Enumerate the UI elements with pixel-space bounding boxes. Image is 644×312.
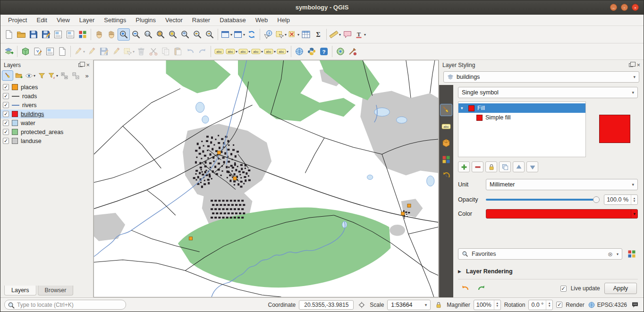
map-canvas[interactable] xyxy=(93,60,439,297)
change-label-icon-caret[interactable]: ▾ xyxy=(287,50,288,54)
chevron-down-icon[interactable]: ▾ xyxy=(617,252,619,256)
layer-item-water[interactable]: ✓water xyxy=(0,118,93,127)
layer-rendering-section[interactable]: ▶ Layer Rendering xyxy=(458,266,638,277)
favorites-filter[interactable]: Favorites ⊗ ▾ xyxy=(458,248,622,260)
open-attribute-table-icon[interactable] xyxy=(300,28,312,41)
menu-plugins[interactable]: Plugins xyxy=(131,15,161,25)
menu-edit[interactable]: Edit xyxy=(32,15,51,25)
labels-tab-icon[interactable] xyxy=(440,120,452,133)
unit-selector[interactable]: Millimeter ▾ xyxy=(486,179,638,190)
new-geopackage-layer-icon[interactable] xyxy=(19,45,32,58)
layer-visibility-checkbox[interactable]: ✓ xyxy=(3,93,9,99)
select-features-icon-caret[interactable]: ▾ xyxy=(285,33,287,37)
collapse-all-icon[interactable] xyxy=(70,70,81,81)
style-manager-icon[interactable] xyxy=(76,28,89,41)
new-temporary-layer-icon[interactable] xyxy=(56,45,68,58)
maximize-button[interactable]: ▫ xyxy=(621,4,628,11)
new-map-view-icon-caret[interactable]: ▾ xyxy=(230,33,232,37)
new-virtual-layer-icon[interactable] xyxy=(44,45,56,58)
expander-icon[interactable]: ▾ xyxy=(461,106,466,110)
pin-labels-icon-caret[interactable]: ▾ xyxy=(248,50,250,54)
layer-diagram-icon[interactable]: ▾ xyxy=(225,45,238,58)
clear-icon[interactable]: ⊗ xyxy=(608,251,613,258)
zoom-to-layer-icon[interactable] xyxy=(179,28,191,41)
plugin-tool-2-icon[interactable] xyxy=(347,45,359,58)
duplicate-symbol-layer-icon[interactable] xyxy=(499,161,511,172)
new-shapefile-layer-icon[interactable] xyxy=(32,45,44,58)
map-tips-icon[interactable] xyxy=(341,28,354,41)
zoom-in-icon[interactable] xyxy=(118,28,130,41)
zoom-native-icon[interactable] xyxy=(142,28,154,41)
menu-settings[interactable]: Settings xyxy=(99,15,131,25)
opacity-spinbox[interactable]: 100.0 % ▲▼ xyxy=(604,194,638,205)
deselect-features-icon[interactable]: ▾ xyxy=(287,28,300,41)
text-annotation-icon[interactable]: ▾ xyxy=(354,28,366,41)
tree-item-fill[interactable]: ▾ Fill xyxy=(458,103,585,113)
move-down-icon[interactable] xyxy=(526,161,538,172)
layer-item-landuse[interactable]: ✓landuse xyxy=(0,136,93,145)
magnifier-spinbox[interactable]: 100% ▲▼ xyxy=(474,300,501,310)
pan-map-icon[interactable] xyxy=(93,28,105,41)
history-tab-icon[interactable] xyxy=(440,170,452,182)
opacity-slider[interactable] xyxy=(486,196,600,203)
new-print-layout-icon[interactable] xyxy=(52,28,64,41)
view-3d-tab-icon[interactable] xyxy=(440,137,452,149)
new-map-view-icon[interactable]: ▾ xyxy=(220,28,233,41)
menu-view[interactable]: View xyxy=(52,15,75,25)
pan-to-selection-icon[interactable] xyxy=(105,28,118,41)
deselect-features-icon-caret[interactable]: ▾ xyxy=(297,33,299,37)
highlight-labels-icon-caret[interactable]: ▾ xyxy=(261,50,263,54)
layer-labeling-icon[interactable] xyxy=(213,45,225,58)
filter-by-expression-icon[interactable]: ▾ xyxy=(47,70,59,81)
apply-button[interactable]: Apply xyxy=(604,283,637,294)
chevron-down-icon[interactable]: ▾ xyxy=(425,303,427,307)
open-project-icon[interactable] xyxy=(15,28,27,41)
render-checkbox[interactable]: ✓ xyxy=(556,302,562,308)
tab-browser[interactable]: Browser xyxy=(38,286,74,295)
layer-item-places[interactable]: ✓places xyxy=(0,83,93,92)
slider-handle[interactable] xyxy=(593,196,600,203)
style-layer-selector[interactable]: buildings ▾ xyxy=(443,71,639,83)
filter-by-expression-icon-caret[interactable]: ▾ xyxy=(56,74,58,78)
menu-database[interactable]: Database xyxy=(215,15,251,25)
layer-diagram-icon-caret[interactable]: ▾ xyxy=(236,50,237,54)
zoom-next-icon[interactable] xyxy=(203,28,216,41)
renderer-selector[interactable]: Single symbol ▾ xyxy=(458,87,638,98)
messages-button[interactable] xyxy=(630,300,640,310)
tree-item-simple-fill[interactable]: Simple fill xyxy=(458,113,585,122)
remove-symbol-layer-icon[interactable] xyxy=(472,161,483,172)
close-panel-icon[interactable]: × xyxy=(636,62,640,68)
layer-item-roads[interactable]: ✓roads xyxy=(0,92,93,101)
python-console-icon[interactable] xyxy=(305,45,318,58)
filter-legend-icon[interactable] xyxy=(36,70,47,81)
layout-manager-icon[interactable] xyxy=(64,28,76,41)
lock-scale-icon[interactable] xyxy=(434,300,443,310)
save-project-as-icon[interactable] xyxy=(40,28,52,41)
close-panel-icon[interactable]: × xyxy=(86,62,90,68)
metasearch-icon[interactable] xyxy=(293,45,305,58)
identify-features-icon[interactable] xyxy=(262,28,274,41)
open-data-source-manager-icon[interactable] xyxy=(3,45,15,58)
menu-vector[interactable]: Vector xyxy=(161,15,187,25)
zoom-out-icon[interactable] xyxy=(130,28,142,41)
menu-raster[interactable]: Raster xyxy=(187,15,215,25)
layer-item-protected_areas[interactable]: ✓protected_areas xyxy=(0,127,93,136)
style-redo-button[interactable] xyxy=(475,282,488,295)
refresh-map-icon[interactable] xyxy=(246,28,258,41)
rotation-spinbox[interactable]: 0.0 ° ▲▼ xyxy=(528,300,553,310)
statistical-summary-icon[interactable] xyxy=(312,28,324,41)
menu-layer[interactable]: Layer xyxy=(75,15,100,25)
float-panel-icon[interactable] xyxy=(78,63,83,67)
crs-status[interactable]: EPSG:4326 xyxy=(588,301,627,309)
coordinate-display[interactable]: 20.5355,-33.9815 xyxy=(299,300,354,310)
measure-icon-caret[interactable]: ▾ xyxy=(339,33,341,37)
spinner-arrows[interactable]: ▲▼ xyxy=(631,195,637,204)
diagrams-tab-icon[interactable] xyxy=(440,153,452,166)
zoom-last-icon[interactable] xyxy=(191,28,203,41)
move-up-icon[interactable] xyxy=(513,161,525,172)
menu-web[interactable]: Web xyxy=(251,15,273,25)
move-label-icon[interactable]: ▾ xyxy=(263,45,276,58)
zoom-to-selection-icon[interactable] xyxy=(167,28,179,41)
toolbar-overflow-icon[interactable]: » xyxy=(81,70,93,81)
style-manager-button[interactable] xyxy=(626,248,638,260)
